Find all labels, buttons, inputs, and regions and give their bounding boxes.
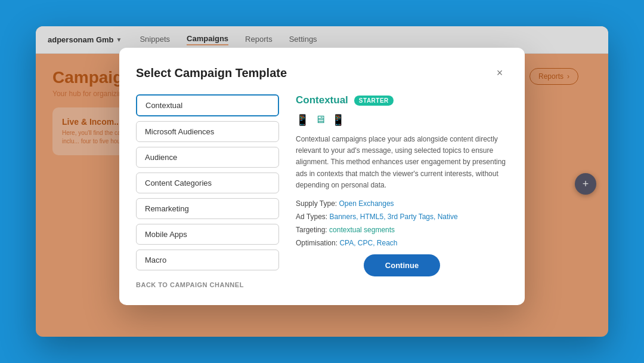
back-to-campaign-channel-link[interactable]: BACK TO CAMPAIGN CHANNEL [136, 281, 279, 288]
supply-type-label: Supply Type: [296, 199, 337, 208]
template-item-microsoft-audiences[interactable]: Microsoft Audiences [136, 121, 279, 142]
desktop-icon: 🖥 [315, 113, 326, 127]
mobile-icon: 📱 [296, 113, 309, 127]
modal-header: Select Campaign Template × [136, 64, 508, 81]
template-item-audience[interactable]: Audience [136, 147, 279, 168]
template-item-content-categories[interactable]: Content Categories [136, 173, 279, 193]
ad-types-row: Ad Types: Banners, HTML5, 3rd Party Tags… [296, 213, 508, 221]
optimisation-value: CPA, CPC, Reach [339, 239, 397, 247]
template-item-mobile-apps[interactable]: Mobile Apps [136, 224, 279, 245]
starter-badge: STARTER [354, 95, 394, 105]
device-icons: 📱 🖥 📱 [296, 113, 508, 127]
ad-types-value: Banners, HTML5, 3rd Party Tags, Native [330, 213, 458, 221]
modal-body: Contextual Microsoft Audiences Audience … [136, 94, 508, 288]
detail-title: Contextual [296, 94, 348, 106]
detail-header: Contextual STARTER [296, 94, 508, 106]
targeting-value: contextual segments [329, 226, 395, 234]
tablet-icon: 📱 [332, 113, 345, 127]
select-campaign-template-modal: Select Campaign Template × Contextual Mi… [119, 48, 525, 305]
modal-title: Select Campaign Template [136, 66, 287, 79]
supply-type-value: Open Exchanges [339, 199, 394, 208]
continue-button[interactable]: Continue [364, 254, 440, 276]
optimisation-row: Optimisation: CPA, CPC, Reach [296, 239, 508, 247]
detail-description: Contextual campaigns place your ads alon… [296, 134, 508, 191]
optimisation-label: Optimisation: [296, 239, 338, 247]
targeting-label: Targeting: [296, 226, 327, 234]
template-item-remarketing[interactable]: Remarketing [136, 198, 279, 219]
template-item-macro[interactable]: Macro [136, 250, 279, 270]
targeting-row: Targeting: contextual segments [296, 226, 508, 234]
ad-types-label: Ad Types: [296, 213, 327, 221]
template-detail-panel: Contextual STARTER 📱 🖥 📱 Contextual camp… [296, 94, 508, 288]
supply-type-row: Supply Type: Open Exchanges [296, 199, 508, 208]
template-list: Contextual Microsoft Audiences Audience … [136, 94, 279, 288]
template-item-contextual[interactable]: Contextual [136, 94, 279, 116]
modal-close-button[interactable]: × [491, 64, 508, 81]
